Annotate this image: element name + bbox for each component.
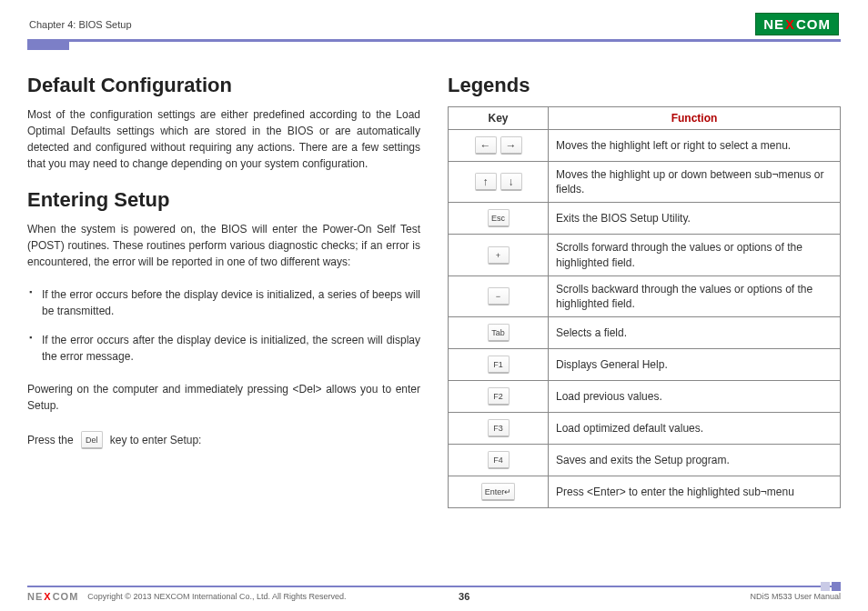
legends-table: Key Function ←→Moves the highlight left … [448,106,841,508]
function-cell: Saves and exits the Setup program. [549,445,841,476]
right-column: Legends Key Function ←→Moves the highlig… [448,74,841,508]
keycap-icon: − [488,287,510,306]
list-item: If the error occurs after the display de… [27,332,420,365]
function-cell: Load optimized default values. [549,413,841,445]
th-key: Key [449,107,549,130]
keycap-icon: F1 [488,356,510,374]
page-number: 36 [422,591,506,602]
keycap-icon: F4 [488,451,510,469]
table-row: ↑↓Moves the highlight up or down between… [449,162,841,203]
function-cell: Moves the highlight left or right to sel… [549,130,841,162]
table-row: ←→Moves the highlight left or right to s… [449,130,841,162]
header-bar: Chapter 4: BIOS Setup NEXCOM [27,13,841,37]
key-cell: F2 [449,381,549,413]
para-default-config: Most of the configuration settings are e… [27,106,420,172]
function-cell: Displays General Help. [549,349,841,381]
keycap-icon: F3 [488,419,510,437]
key-cell: Esc [449,203,549,235]
list-item: If the error occurs before the display d… [27,286,420,319]
error-bullets: If the error occurs before the display d… [27,286,420,365]
key-cell: Tab [449,317,549,349]
keycap-icon: Enter↵ [481,483,516,501]
table-row: F1Displays General Help. [449,349,841,381]
table-row: F3Load optimized default values. [449,413,841,445]
brand-logo: NEXCOM [755,13,839,35]
left-column: Default Configuration Most of the config… [27,74,420,508]
key-cell: + [449,235,549,275]
table-row: F4Saves and exits the Setup program. [449,445,841,476]
keycap-icon: ← [475,136,497,155]
footer-logo: NEXCOM [27,591,78,602]
keycap-icon: + [488,246,510,265]
keycap-icon: ↑ [475,173,497,191]
main-content: Default Configuration Most of the config… [27,74,841,508]
heading-legends: Legends [448,74,841,97]
para-del-key: Powering on the computer and immediately… [27,381,420,414]
function-cell: Moves the highlight up or down between s… [549,162,841,203]
header-tab-notch [27,41,69,50]
press-key-line: Press the Del key to enter Setup: [27,430,420,450]
del-key-icon: Del [81,431,103,449]
manual-name: NDiS M533 User Manual [506,592,841,601]
key-cell: Enter↵ [449,476,549,508]
header-rule [27,39,841,42]
table-row: EscExits the BIOS Setup Utility. [449,203,841,235]
table-row: −Scrolls backward through the values or … [449,275,841,316]
function-cell: Scrolls forward through the values or op… [549,235,841,275]
table-row: F2Load previous values. [449,381,841,413]
keycap-icon: ↓ [500,173,522,191]
heading-entering-setup: Entering Setup [27,188,420,212]
key-cell: − [449,275,549,316]
table-row: TabSelects a field. [449,317,841,349]
para-entering-setup: When the system is powered on, the BIOS … [27,221,420,270]
th-function: Function [549,107,841,130]
key-cell: ←→ [449,130,549,162]
keycap-icon: F2 [488,387,510,406]
keycap-icon: Tab [488,324,510,342]
function-cell: Press <Enter> to enter the highlighted s… [549,476,841,508]
keycap-icon: → [500,136,522,155]
function-cell: Exits the BIOS Setup Utility. [549,203,841,235]
key-cell: ↑↓ [449,162,549,203]
key-cell: F3 [449,413,549,445]
copyright-text: Copyright © 2013 NEXCOM International Co… [78,592,422,601]
keycap-icon: Esc [488,209,510,227]
key-cell: F1 [449,349,549,381]
footer: NEXCOM Copyright © 2013 NEXCOM Internati… [27,586,841,602]
chapter-label: Chapter 4: BIOS Setup [29,19,132,30]
function-cell: Scrolls backward through the values or o… [549,275,841,316]
key-cell: F4 [449,445,549,476]
heading-default-config: Default Configuration [27,74,420,97]
table-row: +Scrolls forward through the values or o… [449,235,841,275]
function-cell: Selects a field. [549,317,841,349]
table-row: Enter↵Press <Enter> to enter the highlig… [449,476,841,508]
function-cell: Load previous values. [549,381,841,413]
footer-rule [27,586,841,587]
